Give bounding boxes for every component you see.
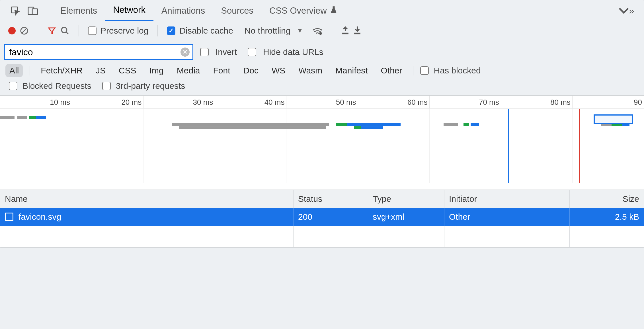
col-header-size[interactable]: Size bbox=[570, 190, 644, 208]
col-header-initiator[interactable]: Initiator bbox=[444, 190, 570, 208]
timeline-selection[interactable] bbox=[594, 114, 633, 124]
timeline-bar bbox=[36, 116, 46, 119]
svg-rect-8 bbox=[342, 32, 348, 34]
timeline-tick-label: 60 ms bbox=[407, 98, 429, 107]
waterfall-timeline[interactable]: 10 ms20 ms30 ms40 ms50 ms60 ms70 ms80 ms… bbox=[0, 95, 644, 190]
domcontentloaded-line bbox=[508, 109, 509, 183]
hide-data-urls-checkbox[interactable] bbox=[248, 48, 256, 56]
svg-line-6 bbox=[66, 32, 68, 34]
device-toolbar-icon[interactable] bbox=[24, 3, 42, 18]
tab-sources[interactable]: Sources bbox=[213, 0, 261, 21]
timeline-bar bbox=[444, 123, 458, 126]
requests-table: Name Status Type Initiator Size favicon.… bbox=[0, 190, 644, 247]
type-filter-row-2: Blocked Requests 3rd-party requests bbox=[0, 80, 644, 95]
has-blocked-checkbox[interactable] bbox=[420, 66, 429, 75]
type-filter-manifest[interactable]: Manifest bbox=[331, 64, 372, 77]
timeline-bar bbox=[354, 126, 361, 129]
timeline-bar bbox=[347, 123, 401, 126]
svg-point-5 bbox=[61, 27, 67, 33]
tab-animations[interactable]: Animations bbox=[153, 0, 213, 21]
type-filter-ws[interactable]: WS bbox=[268, 64, 289, 77]
timeline-tick-label: 50 ms bbox=[336, 98, 358, 107]
inspect-element-icon[interactable] bbox=[7, 3, 24, 18]
clear-button[interactable] bbox=[20, 26, 29, 35]
type-filter-font[interactable]: Font bbox=[209, 64, 234, 77]
file-icon bbox=[5, 213, 13, 221]
col-header-status[interactable]: Status bbox=[294, 190, 368, 208]
col-header-name[interactable]: Name bbox=[0, 190, 294, 208]
divider bbox=[157, 25, 158, 36]
type-filter-wasm[interactable]: Wasm bbox=[294, 64, 326, 77]
svg-rect-9 bbox=[354, 32, 360, 34]
timeline-bar bbox=[179, 126, 326, 129]
has-blocked-label: Has blocked bbox=[434, 66, 481, 75]
filter-input-wrap: ✕ bbox=[4, 44, 193, 60]
cell-name-text: favicon.svg bbox=[19, 212, 61, 222]
type-filter-row: All Fetch/XHR JS CSS Img Media Font Doc … bbox=[0, 61, 644, 80]
divider bbox=[38, 25, 38, 36]
svg-rect-2 bbox=[32, 9, 38, 14]
disable-cache-label: Disable cache bbox=[179, 26, 233, 36]
cell-initiator: Other bbox=[444, 208, 570, 226]
type-filter-all[interactable]: All bbox=[5, 64, 23, 77]
export-har-icon[interactable] bbox=[353, 26, 361, 35]
timeline-bar bbox=[361, 126, 383, 129]
network-controls-row: Preserve log Disable cache No throttling… bbox=[0, 21, 644, 40]
divider bbox=[413, 66, 413, 75]
type-filter-css[interactable]: CSS bbox=[115, 64, 140, 77]
network-conditions-icon[interactable] bbox=[312, 26, 323, 35]
divider bbox=[79, 25, 79, 36]
table-row-empty bbox=[0, 226, 644, 247]
type-filter-media[interactable]: Media bbox=[173, 64, 204, 77]
timeline-bar bbox=[29, 116, 36, 119]
cell-type: svg+xml bbox=[368, 208, 444, 226]
tab-elements[interactable]: Elements bbox=[52, 0, 105, 21]
flask-icon bbox=[330, 5, 338, 16]
tab-label: CSS Overview bbox=[269, 6, 327, 16]
timeline-bar bbox=[463, 123, 469, 126]
disable-cache-checkbox[interactable] bbox=[167, 26, 175, 35]
table-row[interactable]: favicon.svg 200 svg+xml Other 2.5 kB bbox=[0, 208, 644, 226]
table-header: Name Status Type Initiator Size bbox=[0, 190, 644, 208]
timeline-bars bbox=[0, 109, 644, 183]
invert-checkbox[interactable] bbox=[200, 48, 209, 56]
filter-row: ✕ Invert Hide data URLs bbox=[0, 40, 644, 61]
timeline-tick-label: 40 ms bbox=[264, 98, 286, 107]
dropdown-icon[interactable]: ▼ bbox=[297, 27, 303, 34]
timeline-tick-label: 90 bbox=[634, 98, 644, 107]
invert-label: Invert bbox=[216, 47, 237, 57]
timeline-tick-label: 30 ms bbox=[193, 98, 215, 107]
filter-toggle-icon[interactable] bbox=[47, 26, 56, 35]
timeline-tick-label: 70 ms bbox=[479, 98, 501, 107]
throttling-select[interactable]: No throttling bbox=[242, 26, 293, 36]
type-filter-other[interactable]: Other bbox=[377, 64, 406, 77]
search-icon[interactable] bbox=[60, 26, 69, 35]
import-har-icon[interactable] bbox=[341, 26, 349, 35]
timeline-ruler: 10 ms20 ms30 ms40 ms50 ms60 ms70 ms80 ms… bbox=[0, 96, 644, 109]
type-filter-doc[interactable]: Doc bbox=[239, 64, 262, 77]
divider bbox=[332, 25, 332, 36]
third-party-checkbox[interactable] bbox=[102, 82, 111, 90]
third-party-label: 3rd-party requests bbox=[116, 81, 185, 91]
more-tabs-icon[interactable]: » bbox=[618, 3, 635, 18]
divider bbox=[30, 66, 30, 75]
main-tabs-row: Elements Network Animations Sources CSS … bbox=[0, 0, 644, 21]
type-filter-img[interactable]: Img bbox=[145, 64, 168, 77]
filter-input[interactable] bbox=[9, 47, 178, 57]
cell-size: 2.5 kB bbox=[570, 208, 644, 226]
clear-filter-icon[interactable]: ✕ bbox=[181, 48, 190, 57]
tab-css-overview[interactable]: CSS Overview bbox=[261, 0, 346, 21]
timeline-bar bbox=[0, 116, 15, 119]
blocked-requests-label: Blocked Requests bbox=[22, 81, 91, 91]
preserve-log-label: Preserve log bbox=[101, 26, 148, 36]
record-icon bbox=[8, 27, 16, 34]
col-header-type[interactable]: Type bbox=[368, 190, 444, 208]
preserve-log-checkbox[interactable] bbox=[88, 26, 97, 35]
cell-status: 200 bbox=[294, 208, 368, 226]
blocked-requests-checkbox[interactable] bbox=[9, 82, 17, 90]
record-button[interactable] bbox=[8, 27, 16, 34]
type-filter-fetch-xhr[interactable]: Fetch/XHR bbox=[37, 64, 87, 77]
type-filter-js[interactable]: JS bbox=[92, 64, 110, 77]
cell-name: favicon.svg bbox=[0, 208, 294, 226]
tab-network[interactable]: Network bbox=[105, 0, 153, 21]
